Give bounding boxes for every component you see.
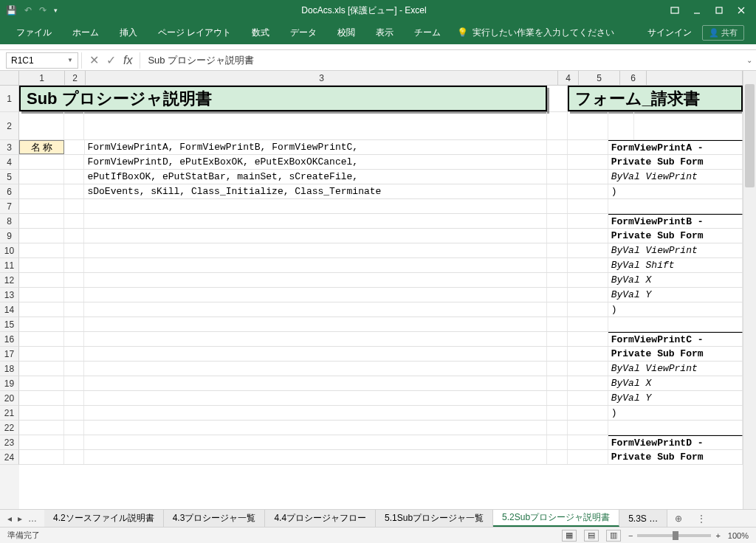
row-header[interactable]: 9 bbox=[0, 229, 19, 243]
cell[interactable] bbox=[84, 288, 547, 302]
side-code[interactable]: ByVal Shift bbox=[608, 258, 743, 272]
cell[interactable] bbox=[19, 112, 64, 139]
tab-pagelayout[interactable]: ページ レイアウト bbox=[148, 21, 241, 44]
cell[interactable] bbox=[19, 347, 64, 361]
scrollbar-thumb[interactable] bbox=[745, 84, 755, 187]
cell[interactable] bbox=[64, 288, 85, 302]
cell[interactable] bbox=[84, 258, 547, 272]
cell[interactable] bbox=[547, 362, 568, 376]
tab-data[interactable]: データ bbox=[280, 21, 327, 44]
side-code[interactable]: FormViewPrintB - bbox=[608, 214, 743, 228]
column-header[interactable]: 5 bbox=[579, 71, 620, 86]
row-header[interactable]: 11 bbox=[0, 258, 19, 273]
tab-file[interactable]: ファイル bbox=[6, 21, 62, 44]
undo-icon[interactable]: ↶ bbox=[24, 5, 32, 15]
tab-review[interactable]: 校閲 bbox=[327, 21, 365, 44]
row-header[interactable]: 6 bbox=[0, 184, 19, 199]
cell[interactable] bbox=[84, 229, 547, 243]
sheet-tab[interactable]: 5.2Subプロシージャ説明書 bbox=[493, 510, 619, 527]
cell[interactable] bbox=[19, 288, 64, 302]
cell[interactable] bbox=[64, 273, 85, 287]
row-header[interactable]: 20 bbox=[0, 391, 19, 406]
formula-expand-icon[interactable]: ⌄ bbox=[743, 56, 756, 64]
cell[interactable] bbox=[19, 302, 64, 317]
maximize-icon[interactable] bbox=[709, 0, 729, 21]
zoom-level[interactable]: 100% bbox=[728, 531, 749, 540]
cell[interactable] bbox=[19, 258, 64, 272]
cell[interactable] bbox=[568, 170, 608, 184]
cell[interactable]: ePutIfBoxOK, ePutStatBar, mainSet, sCrea… bbox=[84, 170, 547, 184]
cell[interactable] bbox=[547, 288, 568, 302]
cell[interactable] bbox=[568, 258, 608, 272]
cell[interactable] bbox=[64, 258, 85, 272]
side-code[interactable]: Private Sub Form bbox=[608, 155, 743, 169]
cell[interactable] bbox=[568, 243, 608, 257]
sheet-tab[interactable]: 5.1Subプロシージャ一覧 bbox=[376, 510, 493, 527]
cell[interactable] bbox=[19, 214, 64, 228]
zoom-slider[interactable]: − + bbox=[628, 531, 721, 540]
sheet-menu-icon[interactable]: ⋮ bbox=[690, 510, 713, 527]
cancel-icon[interactable]: ✕ bbox=[89, 53, 99, 67]
cell[interactable] bbox=[547, 214, 568, 228]
row-header[interactable]: 8 bbox=[0, 214, 19, 229]
cell[interactable] bbox=[568, 184, 608, 198]
cell[interactable] bbox=[547, 229, 568, 243]
cell[interactable] bbox=[64, 214, 85, 228]
sheet-tab[interactable]: 5.3S … bbox=[619, 510, 667, 527]
row-header[interactable]: 21 bbox=[0, 406, 19, 421]
select-all-corner[interactable] bbox=[0, 71, 19, 86]
side-code[interactable]: Private Sub Form bbox=[608, 229, 743, 243]
side-code[interactable]: ByVal X bbox=[608, 273, 743, 287]
column-header[interactable]: 3 bbox=[86, 71, 558, 86]
cell[interactable] bbox=[568, 406, 608, 420]
cell[interactable] bbox=[568, 421, 608, 435]
title-side[interactable]: フォーム_請求書 bbox=[568, 86, 743, 111]
cell[interactable] bbox=[568, 362, 608, 376]
cells[interactable]: Sub プロシージャ説明書フォーム_請求書名 称FormViewPrintA, … bbox=[19, 86, 743, 509]
side-code[interactable]: Private Sub Form bbox=[608, 450, 743, 464]
side-code[interactable]: ) bbox=[608, 184, 743, 198]
normal-view-icon[interactable]: ▦ bbox=[562, 530, 577, 542]
cell[interactable] bbox=[64, 435, 85, 449]
cell[interactable] bbox=[84, 199, 547, 213]
signin-link[interactable]: サインイン bbox=[647, 27, 692, 39]
cell[interactable] bbox=[19, 450, 64, 464]
cell[interactable] bbox=[547, 184, 568, 198]
sheet-nav-first-icon[interactable]: ◂ bbox=[7, 513, 12, 524]
cell[interactable] bbox=[547, 170, 568, 184]
cell[interactable] bbox=[64, 302, 85, 317]
page-break-view-icon[interactable]: ▥ bbox=[606, 530, 621, 542]
row-header[interactable]: 1 bbox=[0, 86, 19, 112]
cell[interactable] bbox=[634, 112, 743, 139]
row-header[interactable]: 18 bbox=[0, 362, 19, 376]
cell[interactable] bbox=[547, 421, 568, 435]
tab-team[interactable]: チーム bbox=[404, 21, 451, 44]
row-header[interactable]: 15 bbox=[0, 317, 19, 332]
side-code[interactable]: ByVal ViewPrint bbox=[608, 362, 743, 376]
cell[interactable] bbox=[84, 391, 547, 405]
cell[interactable] bbox=[64, 347, 85, 361]
cell[interactable] bbox=[19, 362, 64, 376]
side-code[interactable]: FormViewPrintD - bbox=[608, 435, 743, 449]
cell[interactable] bbox=[547, 140, 568, 154]
cell[interactable] bbox=[547, 332, 568, 346]
column-header[interactable]: 1 bbox=[19, 71, 65, 86]
sheet-tab[interactable]: 4.2ソースファイル説明書 bbox=[44, 510, 164, 527]
column-header[interactable]: 4 bbox=[558, 71, 579, 86]
cell[interactable] bbox=[64, 406, 85, 420]
cell[interactable] bbox=[568, 229, 608, 243]
row-header[interactable]: 22 bbox=[0, 421, 19, 435]
cell[interactable] bbox=[64, 170, 85, 184]
cell[interactable] bbox=[608, 317, 743, 331]
enter-icon[interactable]: ✓ bbox=[106, 53, 116, 67]
cell[interactable] bbox=[84, 406, 547, 420]
sheet-tab[interactable]: 4.4プロシージャフロー bbox=[265, 510, 376, 527]
cell[interactable] bbox=[84, 421, 547, 435]
column-header[interactable]: 6 bbox=[620, 71, 647, 86]
side-code[interactable]: ByVal X bbox=[608, 376, 743, 390]
cell[interactable] bbox=[84, 317, 547, 331]
row-header[interactable]: 23 bbox=[0, 435, 19, 450]
cell[interactable] bbox=[568, 112, 608, 139]
ribbon-display-icon[interactable] bbox=[664, 0, 685, 21]
cell[interactable] bbox=[568, 155, 608, 169]
